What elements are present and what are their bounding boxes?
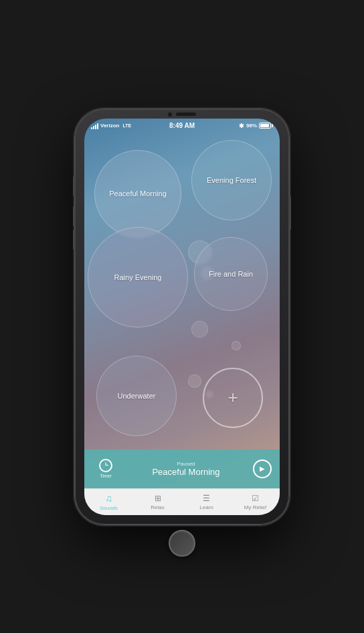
bubbles-area: Peaceful Morning Evening Forest Rainy Ev…: [84, 133, 280, 448]
my-relief-icon: ☑: [252, 494, 259, 503]
sounds-icon: ♫: [105, 493, 112, 504]
bubble-peaceful-morning[interactable]: Peaceful Morning: [94, 150, 181, 237]
my-relief-label: My Relief: [244, 504, 266, 510]
status-time: 8:49 AM: [169, 122, 195, 129]
status-left: Verizon LTE: [91, 123, 131, 129]
phone-screen: Verizon LTE 8:49 AM ✱ 98%: [84, 119, 280, 515]
bubble-add-new[interactable]: +: [203, 368, 263, 428]
carrier-label: Verizon: [100, 123, 119, 129]
timer-icon: [99, 459, 112, 472]
bubble-underwater[interactable]: Underwater: [96, 356, 177, 436]
learn-icon: ☰: [203, 494, 210, 503]
signal-icon: [91, 123, 98, 129]
status-right: ✱ 98%: [239, 123, 273, 129]
camera-dot: [168, 113, 172, 117]
status-bar: Verizon LTE 8:49 AM ✱ 98%: [84, 119, 280, 133]
deco-bubble-3: [191, 321, 208, 338]
phone-notch: [168, 113, 196, 117]
timer-button[interactable]: Timer: [92, 459, 119, 478]
tab-sounds[interactable]: ♫ Sounds: [84, 490, 133, 514]
battery-icon: [259, 123, 273, 129]
deco-bubble-4: [232, 341, 241, 350]
tab-relax[interactable]: ⊞ Relax: [133, 491, 182, 513]
play-icon: ▶: [260, 465, 265, 472]
home-button[interactable]: [169, 530, 195, 557]
battery-percent: 98%: [246, 123, 257, 129]
playing-title: Peaceful Morning: [152, 467, 219, 477]
app-screen: Verizon LTE 8:49 AM ✱ 98%: [84, 119, 280, 515]
learn-label: Learn: [199, 504, 213, 510]
tab-my-relief[interactable]: ☑ My Relief: [231, 491, 280, 513]
phone-device: Verizon LTE 8:49 AM ✱ 98%: [75, 109, 289, 524]
deco-bubble-5: [188, 374, 201, 388]
bluetooth-icon: ✱: [239, 123, 244, 129]
bubble-fire-and-rain[interactable]: Fire and Rain: [194, 237, 268, 311]
now-playing-bar: Timer Paused Peaceful Morning ▶: [84, 449, 280, 488]
tab-learn[interactable]: ☰ Learn: [182, 491, 231, 513]
relax-label: Relax: [151, 504, 164, 510]
sounds-label: Sounds: [100, 505, 118, 511]
timer-label: Timer: [100, 474, 112, 478]
tab-bar: ♫ Sounds ⊞ Relax ☰ Learn ☑ My Relief: [84, 488, 280, 515]
playing-status: Paused: [177, 461, 195, 467]
relax-icon: ⊞: [155, 494, 161, 503]
network-label: LTE: [122, 123, 131, 128]
bubble-evening-forest[interactable]: Evening Forest: [191, 140, 272, 220]
bubble-rainy-evening[interactable]: Rainy Evening: [88, 227, 188, 328]
now-playing-info: Paused Peaceful Morning: [119, 461, 253, 477]
play-button[interactable]: ▶: [253, 460, 272, 478]
speaker-bar: [176, 113, 196, 116]
